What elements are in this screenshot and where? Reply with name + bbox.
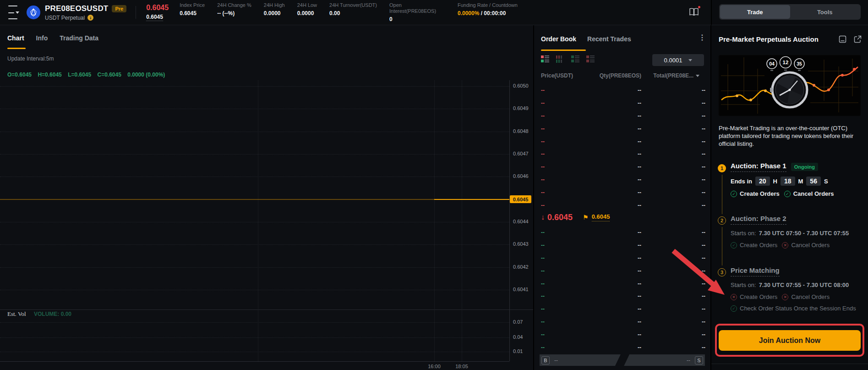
menu-icon[interactable]	[8, 4, 19, 21]
tab-trade[interactable]: Trade	[720, 5, 790, 19]
chart-panel: Chart Info Trading Data Update Interval:…	[0, 25, 533, 370]
qty-cell: --	[638, 281, 641, 287]
col-total[interactable]: Total(PRE08E...	[653, 72, 699, 79]
bid-row[interactable]: ------	[534, 290, 710, 303]
bid-row[interactable]: ------	[534, 303, 710, 315]
view-bids-icon[interactable]	[571, 55, 579, 63]
stat-label: Open Interest(PRE08EOS)	[389, 2, 445, 14]
book-icon[interactable]	[689, 7, 699, 18]
join-auction-button[interactable]: Join Auction Now	[719, 330, 861, 351]
ask-row[interactable]: ------	[534, 173, 710, 186]
price-axis-label: 0.6043	[513, 241, 529, 247]
gridline-horizontal	[0, 222, 509, 222]
ask-row[interactable]: ------	[534, 160, 710, 173]
gridline-horizontal	[0, 267, 509, 268]
ask-row[interactable]: ------	[534, 186, 710, 199]
time-axis-label: 18:05	[455, 364, 468, 369]
last-price-line	[434, 199, 509, 200]
ask-row[interactable]: ------	[534, 97, 710, 110]
mark-price[interactable]: 0.6045	[146, 14, 163, 21]
stat-label: 24H Turnover(USDT)	[329, 2, 377, 8]
tab-recent-trades[interactable]: Recent Trades	[587, 35, 631, 43]
total-cell: --	[702, 229, 705, 236]
qty-cell: --	[638, 164, 641, 170]
right-top-bar: Trade Tools	[711, 0, 868, 25]
buy-badge: B	[541, 356, 550, 364]
orderbook-column-headers: Price(USDT) Qty(PRE08EOS) Total(PRE08E..…	[534, 72, 710, 80]
bid-row[interactable]: ------	[534, 265, 710, 277]
banner-countdown-minutes: 12	[783, 60, 789, 65]
sell-ratio-value: --	[687, 357, 690, 364]
qty-cell: --	[638, 100, 641, 106]
view-depth-icon[interactable]	[556, 55, 564, 63]
menu-caret-icon	[16, 11, 19, 14]
buy-sell-ratio-bar: B -- -- S	[540, 354, 705, 366]
price-axis-label: 0.6046	[513, 173, 529, 179]
mark-price-link[interactable]: 0.6045	[592, 213, 610, 221]
bid-row[interactable]: ------	[534, 239, 710, 252]
total-cell: --	[702, 255, 705, 261]
tab-chart[interactable]: Chart	[7, 34, 24, 42]
ohlc-change: 0.0000 (0.00%)	[127, 72, 165, 78]
info-icon[interactable]: i	[87, 15, 93, 21]
phase-1-number: 1	[718, 164, 726, 172]
tab-trading-data[interactable]: Trading Data	[60, 34, 98, 42]
buy-ratio-value: --	[554, 357, 558, 364]
last-price: 0.6045	[146, 4, 169, 12]
total-cell: --	[702, 138, 705, 145]
tab-order-book[interactable]: Order Book	[541, 35, 576, 43]
permission-label: Check Order Status Once the Session Ends	[740, 305, 856, 312]
buy-ratio-bar: B --	[540, 354, 621, 366]
view-asks-icon[interactable]	[586, 55, 595, 63]
bid-row[interactable]: ------	[534, 252, 710, 265]
phase-3-number: 3	[718, 268, 726, 276]
stat-label: 24H Change %	[217, 2, 251, 8]
orderbook-panel: Order Book Recent Trades ⋮ 0.0001 Price(…	[533, 25, 711, 370]
stat-value: 0.0000	[264, 10, 285, 17]
bid-row[interactable]: ------	[534, 315, 710, 328]
phase-2-permissions: ✓Create Orders ✕Cancel Orders	[731, 242, 830, 249]
banner-countdown-hours: 04	[769, 61, 775, 66]
ends-in-label: Ends in	[731, 178, 752, 185]
total-cell: --	[702, 293, 705, 299]
bid-row[interactable]: ------	[534, 226, 710, 239]
price-cell: --	[541, 189, 545, 196]
view-default-icon[interactable]	[541, 55, 549, 63]
volume-axis-label: 0.01	[513, 348, 523, 354]
phase-2-schedule: Starts on:7.30 UTC 07:50 - 7.30 UTC 07:5…	[731, 230, 849, 237]
price-axis-label: 0.6048	[513, 128, 529, 134]
phase-1-title[interactable]: Auction: Phase 1	[731, 162, 786, 172]
bid-row[interactable]: ------	[534, 277, 710, 290]
price-cell: --	[541, 151, 545, 157]
ask-row[interactable]: ------	[534, 122, 710, 135]
tab-tools[interactable]: Tools	[790, 5, 860, 19]
total-cell: --	[702, 344, 705, 351]
bid-row[interactable]: ------	[534, 328, 710, 341]
price-cell: --	[541, 126, 545, 132]
tick-size-dropdown[interactable]: 0.0001	[652, 54, 704, 66]
tab-info[interactable]: Info	[36, 34, 48, 42]
ask-row[interactable]: ------	[534, 84, 710, 97]
doc-icon[interactable]	[839, 35, 846, 43]
phase-2-title[interactable]: Auction: Phase 2	[731, 215, 786, 225]
tick-size-value: 0.0001	[664, 57, 682, 64]
price-cell: --	[541, 100, 545, 106]
menu-bar	[8, 12, 14, 13]
trade-tools-toggle: Trade Tools	[719, 4, 861, 20]
phase-3-title[interactable]: Price Matching	[731, 266, 780, 276]
ohlc-open: O=0.6045	[7, 72, 32, 78]
price-cell: --	[541, 113, 545, 119]
external-link-icon[interactable]	[854, 35, 862, 43]
total-cell: --	[702, 113, 705, 119]
menu-bar	[8, 6, 17, 6]
qty-cell: --	[638, 293, 641, 299]
ask-row[interactable]: ------	[534, 110, 710, 122]
bid-row[interactable]: ------	[534, 341, 710, 354]
symbol-name[interactable]: PRE08EOSUSDT	[45, 4, 108, 13]
header-stats: Index Price0.604524H Change %-- (--%)24H…	[180, 2, 518, 22]
ask-row[interactable]: ------	[534, 148, 710, 160]
ask-row[interactable]: ------	[534, 135, 710, 148]
stat-value: -- (--%)	[217, 10, 251, 17]
mid-last-price[interactable]: 0.6045	[547, 213, 573, 222]
more-options-icon[interactable]: ⋮	[699, 34, 706, 41]
